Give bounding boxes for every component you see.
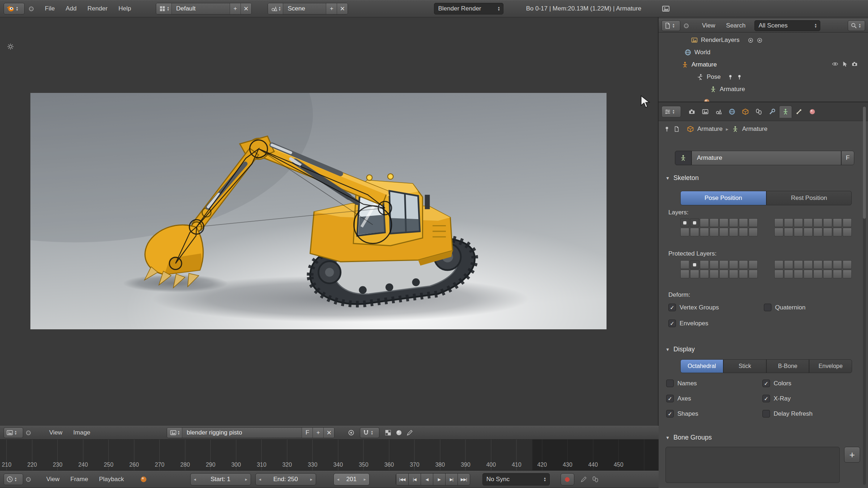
browse-scenes-button[interactable]: ▴▾ (268, 3, 284, 14)
new-image-button[interactable]: + (312, 428, 323, 438)
envelopes-option[interactable]: Envelopes (668, 320, 708, 327)
outliner-editor-type-button[interactable]: ▴▾ (661, 20, 680, 31)
editor-type-button[interactable]: ▴▾ (4, 3, 25, 14)
breadcrumb-data[interactable]: Armature (742, 125, 767, 133)
browse-layouts-button[interactable]: ▴▾ (156, 3, 172, 14)
restrict-toggle-icon[interactable] (757, 37, 763, 43)
xray-option[interactable]: X-Ray (762, 395, 791, 402)
playback-button[interactable]: ▶ (433, 474, 445, 485)
layer-toggle[interactable] (749, 270, 758, 278)
layer-toggle[interactable] (729, 218, 738, 227)
add-scene-button[interactable]: + (326, 3, 337, 14)
layer-toggle[interactable] (774, 218, 783, 227)
layout-name-field[interactable]: Default (172, 3, 230, 14)
layer-toggle[interactable] (804, 260, 813, 269)
playback-button[interactable]: ◀ (421, 474, 433, 485)
current-frame-field[interactable]: ◂ 201 ▸ (333, 473, 370, 485)
pose-position-button[interactable]: Pose Position (680, 191, 766, 205)
playback-button[interactable]: ▶| (445, 474, 458, 485)
end-frame-field[interactable]: ◂ End: 250 ▸ (255, 473, 316, 485)
layer-toggle[interactable] (690, 228, 699, 236)
pen-icon[interactable] (406, 429, 413, 436)
layer-toggle[interactable] (719, 218, 728, 227)
increment-arrow-icon[interactable]: ▸ (364, 477, 366, 482)
pin-icon[interactable] (736, 74, 743, 80)
envelopes-checkbox[interactable] (668, 320, 676, 327)
outliner-item-renderlayers[interactable]: RenderLayers (691, 35, 763, 46)
layer-toggle[interactable] (729, 260, 738, 269)
vertex-groups-option[interactable]: Vertex Groups (668, 304, 719, 311)
layer-toggle[interactable] (804, 228, 813, 236)
render-engine-select[interactable]: Blender Render ▴▾ (434, 3, 503, 14)
shapes-checkbox[interactable] (666, 410, 674, 418)
material-ball-icon[interactable] (395, 429, 403, 436)
layer-toggle[interactable] (719, 228, 728, 236)
sync-mode-select[interactable]: No Sync ▴▾ (482, 473, 550, 485)
tab-render[interactable] (685, 106, 698, 118)
skeleton-section-header[interactable]: ▼ Skeleton (665, 174, 699, 182)
layer-toggle[interactable] (700, 228, 709, 236)
layer-toggle[interactable] (784, 260, 793, 269)
page-icon[interactable] (673, 126, 680, 132)
layer-toggle[interactable] (833, 228, 842, 236)
layer-toggle[interactable] (804, 218, 813, 227)
layer-toggle[interactable] (749, 260, 758, 269)
menu-help[interactable]: Help (113, 5, 136, 12)
layer-toggle[interactable] (749, 228, 758, 236)
close-layout-button[interactable]: ✕ (241, 3, 251, 14)
auto-keyframe-record-button[interactable] (561, 473, 574, 485)
layer-toggle[interactable] (680, 218, 689, 227)
outliner-item-armature-data[interactable]: Armature (710, 84, 745, 95)
layer-toggle[interactable] (784, 218, 793, 227)
layer-toggle[interactable] (823, 260, 832, 269)
tab-world[interactable] (726, 106, 739, 118)
selectability-cursor-icon[interactable] (842, 61, 848, 67)
vertex-groups-checkbox[interactable] (668, 304, 676, 311)
decrement-arrow-icon[interactable]: ◂ (337, 477, 339, 482)
layer-toggle[interactable] (833, 218, 842, 227)
layer-toggle[interactable] (700, 260, 709, 269)
restrict-toggle-icon[interactable] (748, 37, 754, 43)
menu-view[interactable]: View (41, 476, 65, 483)
pin-icon[interactable] (727, 74, 733, 80)
layer-toggle[interactable] (843, 260, 852, 269)
layer-toggle[interactable] (680, 260, 689, 269)
datablock-name-field[interactable]: Armature (692, 151, 841, 165)
shapes-option[interactable]: Shapes (666, 410, 698, 418)
delay-refresh-checkbox[interactable] (762, 410, 770, 418)
layer-toggle[interactable] (700, 270, 709, 278)
properties-scrollbar[interactable] (863, 105, 866, 485)
layer-toggle[interactable] (833, 270, 842, 278)
layer-toggle[interactable] (774, 228, 783, 236)
quaternion-checkbox[interactable] (764, 304, 771, 311)
tab-constraints[interactable] (752, 106, 765, 118)
layer-toggle[interactable] (843, 270, 852, 278)
close-scene-button[interactable]: ✕ (337, 3, 348, 14)
image-fake-user-button[interactable]: F (302, 428, 312, 438)
image-name-field[interactable]: blender rigging pisto (182, 428, 302, 438)
renderability-camera-icon[interactable] (851, 61, 858, 67)
layer-toggle[interactable] (739, 260, 748, 269)
xray-checkbox[interactable] (762, 395, 770, 402)
quaternion-option[interactable]: Quaternion (764, 304, 805, 311)
delay-refresh-option[interactable]: Delay Refresh (762, 410, 813, 418)
menu-view[interactable]: View (44, 429, 68, 436)
unlink-image-button[interactable]: ✕ (323, 428, 334, 438)
layer-toggle[interactable] (843, 228, 852, 236)
layer-toggle[interactable] (719, 270, 728, 278)
layer-toggle[interactable] (690, 260, 699, 269)
decrement-arrow-icon[interactable]: ◂ (194, 477, 196, 482)
layer-toggle[interactable] (739, 218, 748, 227)
timeline-ruler[interactable]: 2102202302402502602702802903003103203303… (0, 440, 659, 471)
bone-groups-section-header[interactable]: ▼ Bone Groups (665, 434, 712, 441)
header-collapse-dot[interactable] (29, 7, 34, 11)
image-editor-type-button[interactable]: ▴▾ (4, 427, 23, 438)
layer-toggle[interactable] (813, 270, 822, 278)
menu-file[interactable]: File (39, 5, 60, 12)
menu-playback[interactable]: Playback (94, 476, 129, 483)
layer-toggle[interactable] (823, 218, 832, 227)
tab-material[interactable] (806, 106, 819, 118)
layer-toggle[interactable] (739, 270, 748, 278)
menu-image[interactable]: Image (68, 429, 96, 436)
bone-display-envelope-button[interactable]: Envelope (809, 359, 852, 373)
